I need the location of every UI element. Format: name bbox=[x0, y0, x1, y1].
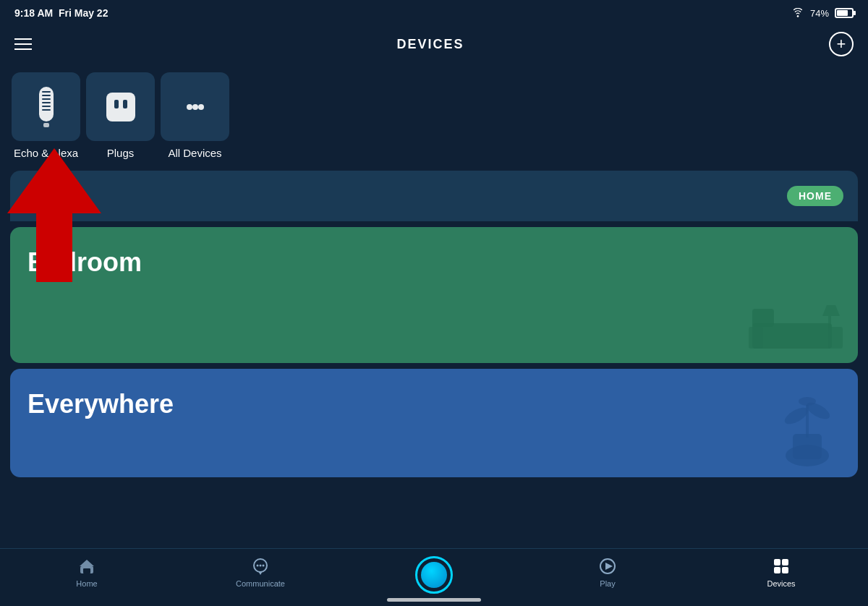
svg-rect-11 bbox=[123, 100, 127, 108]
svg-rect-4 bbox=[42, 98, 51, 100]
svg-rect-18 bbox=[749, 327, 763, 349]
everywhere-card[interactable]: Everywhere bbox=[10, 369, 858, 477]
svg-marker-30 bbox=[80, 560, 94, 566]
echo-alexa-icon-box bbox=[12, 72, 80, 141]
category-plugs[interactable]: Plugs bbox=[86, 72, 155, 159]
bedroom-illustration bbox=[745, 283, 846, 356]
svg-point-14 bbox=[198, 104, 204, 110]
svg-rect-20 bbox=[828, 316, 831, 328]
category-echo-alexa[interactable]: Echo & Alexa bbox=[12, 72, 80, 159]
communicate-tab-label: Communicate bbox=[236, 579, 285, 588]
svg-rect-3 bbox=[42, 95, 51, 96]
bedroom-title: Bedroom bbox=[27, 247, 142, 278]
svg-point-32 bbox=[257, 565, 259, 567]
svg-point-0 bbox=[797, 15, 799, 17]
svg-rect-9 bbox=[106, 93, 135, 121]
devices-tab-icon bbox=[771, 556, 791, 576]
status-indicators: 74% bbox=[791, 8, 854, 19]
status-bar: 9:18 AM Fri May 22 74% bbox=[0, 0, 868, 26]
tab-play[interactable]: Play bbox=[521, 556, 694, 588]
all-devices-icon-box bbox=[161, 72, 229, 141]
tab-alexa[interactable] bbox=[347, 556, 521, 594]
tab-home[interactable]: Home bbox=[0, 556, 174, 588]
svg-point-34 bbox=[263, 565, 265, 567]
content-area: GR HOME Bedroom Everywhere bbox=[0, 171, 868, 483]
plugs-label: Plugs bbox=[107, 147, 135, 159]
svg-marker-37 bbox=[605, 563, 613, 570]
tab-communicate[interactable]: Communicate bbox=[174, 556, 347, 588]
svg-rect-7 bbox=[42, 109, 51, 111]
svg-rect-8 bbox=[43, 123, 49, 127]
svg-point-13 bbox=[192, 104, 198, 110]
svg-rect-23 bbox=[793, 434, 822, 459]
add-device-button[interactable]: + bbox=[829, 32, 854, 56]
svg-rect-16 bbox=[752, 323, 832, 349]
svg-point-33 bbox=[260, 565, 262, 567]
menu-button[interactable] bbox=[14, 38, 32, 50]
svg-rect-6 bbox=[42, 106, 51, 107]
tab-devices[interactable]: Devices bbox=[694, 556, 868, 588]
svg-marker-35 bbox=[258, 571, 263, 575]
svg-rect-2 bbox=[42, 91, 51, 93]
home-badge[interactable]: HOME bbox=[787, 186, 843, 206]
play-tab-icon bbox=[597, 556, 618, 576]
svg-marker-21 bbox=[822, 305, 840, 316]
echo-device-icon bbox=[29, 85, 64, 129]
everywhere-title: Everywhere bbox=[27, 389, 174, 419]
status-time: 9:18 AM Fri May 22 bbox=[14, 7, 108, 19]
top-nav: DEVICES + bbox=[0, 26, 868, 65]
echo-alexa-label: Echo & Alexa bbox=[14, 147, 78, 159]
svg-rect-38 bbox=[774, 559, 780, 566]
bottom-tab-bar: Home Communicate Play bbox=[0, 548, 868, 606]
home-tab-label: Home bbox=[76, 579, 97, 588]
svg-rect-19 bbox=[828, 327, 843, 349]
svg-point-27 bbox=[799, 397, 816, 406]
plugs-device-icon bbox=[102, 88, 140, 126]
battery-percentage: 74% bbox=[810, 8, 829, 19]
home-tab-icon bbox=[77, 556, 97, 576]
alexa-orb-button[interactable] bbox=[415, 556, 453, 594]
svg-point-12 bbox=[187, 104, 192, 110]
plugs-icon-box bbox=[86, 72, 155, 141]
device-categories: Echo & Alexa Plugs All Devices bbox=[0, 65, 868, 171]
svg-rect-40 bbox=[774, 567, 780, 573]
alexa-orb-inner bbox=[421, 562, 447, 588]
svg-rect-41 bbox=[782, 567, 788, 573]
devices-tab-label: Devices bbox=[767, 579, 795, 588]
play-tab-label: Play bbox=[600, 579, 615, 588]
svg-rect-5 bbox=[42, 102, 51, 103]
groups-section-header[interactable]: GR HOME bbox=[10, 171, 858, 221]
all-devices-icon bbox=[176, 88, 214, 126]
svg-rect-39 bbox=[782, 559, 788, 566]
wifi-icon bbox=[791, 8, 804, 18]
all-devices-label: All Devices bbox=[168, 147, 221, 159]
home-indicator bbox=[387, 598, 481, 602]
bedroom-card[interactable]: Bedroom bbox=[10, 227, 858, 363]
groups-section-label: GR bbox=[35, 191, 51, 202]
svg-rect-10 bbox=[114, 100, 119, 108]
everywhere-illustration bbox=[771, 383, 843, 470]
svg-rect-29 bbox=[83, 568, 90, 573]
svg-rect-17 bbox=[752, 309, 774, 327]
battery-icon bbox=[835, 8, 854, 18]
page-title: DEVICES bbox=[396, 37, 464, 52]
category-all-devices[interactable]: All Devices bbox=[161, 72, 229, 159]
communicate-tab-icon bbox=[250, 556, 271, 576]
